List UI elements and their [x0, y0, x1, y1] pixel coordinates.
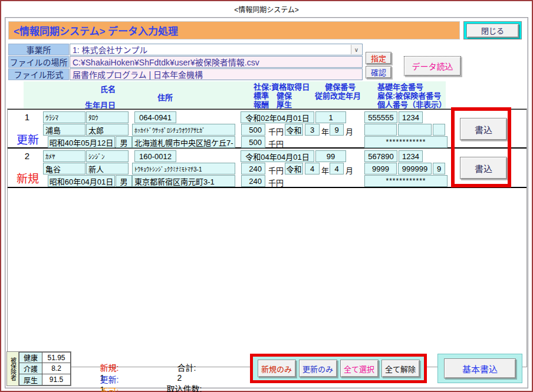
year-suffix-label: 年 — [321, 164, 329, 176]
last-name-field[interactable]: 浦島 — [43, 124, 85, 136]
filter-buttons-group: 新規のみ 更新のみ 全て選択 全て解除 — [250, 354, 427, 383]
record-list: 1 更新 ｳﾗｼﾏ ﾀﾛｳ 浦島 太郎 昭和40年05月12日 男 064-09… — [7, 108, 527, 367]
col-name: 氏名 — [81, 85, 134, 94]
table-row: 1 更新 ｳﾗｼﾏ ﾀﾛｳ 浦島 太郎 昭和40年05月12日 男 064-09… — [8, 109, 527, 149]
close-button-frame: 閉じる — [463, 21, 522, 39]
office-combobox[interactable]: 1: 株式会社サンプル ∨ — [70, 44, 363, 55]
employment-number3-field[interactable] — [433, 124, 445, 136]
window-caption: <情報同期システム> — [0, 4, 533, 14]
select-all-button[interactable]: 全て選択 — [340, 360, 379, 377]
rate-value-care: 8.2 — [42, 363, 71, 374]
rate-label-care: 介護 — [19, 363, 42, 374]
status-badge: 新規 — [12, 170, 43, 186]
first-name-field[interactable]: 新人 — [86, 163, 129, 174]
file-format-label: ファイル形式 — [8, 68, 69, 80]
birthdate-field[interactable]: 昭和60年04月01日 — [48, 175, 115, 187]
personal-number-masked-field[interactable]: ************ — [364, 175, 448, 187]
rate-row: 厚生 91.5 — [19, 374, 71, 386]
pension-number1-field[interactable]: 567890 — [364, 150, 397, 162]
col-social-line1: 社保:資格取得日 健保番号 — [254, 83, 356, 91]
personal-number-masked-field[interactable]: ************ — [364, 136, 448, 148]
unit-label: 千円 — [268, 126, 284, 137]
employment-number1-field[interactable]: 9999 — [364, 163, 397, 174]
std-health-field[interactable]: 500 — [241, 124, 265, 136]
kana-last-field[interactable]: ｳﾗｼﾏ — [43, 111, 85, 123]
clear-all-button[interactable]: 全て解除 — [381, 360, 420, 377]
basic-write-button[interactable]: 基本書込 — [444, 358, 516, 378]
month-suffix-label: 月 — [346, 126, 353, 137]
count-ng: 不可: 0 — [91, 375, 119, 392]
employment-number2-field[interactable]: 999999 — [398, 163, 432, 174]
filter-update-only-button[interactable]: 更新のみ — [299, 360, 337, 377]
postal-code-field[interactable]: 160-0012 — [134, 150, 176, 162]
rate-label-pension: 厚生 — [19, 374, 42, 386]
acquisition-date-field[interactable]: 令和04年04月01日 — [241, 150, 314, 162]
month-field[interactable]: 4 — [330, 163, 344, 174]
count-imported: 取込件数: 0 — [157, 373, 202, 392]
std-pension-field[interactable]: 500 — [241, 136, 265, 148]
year-field[interactable]: 4 — [305, 163, 320, 174]
col-address: 住所 — [144, 93, 186, 102]
write-buttons-highlight — [451, 107, 511, 187]
birthdate-field[interactable]: 昭和40年05月12日 — [48, 136, 115, 148]
confirm-button[interactable]: 確認 — [366, 66, 391, 78]
file-path-value: C:¥ShakaiHoken¥ShFdtdk¥user¥被保険者情報.csv — [73, 56, 259, 68]
pension-number1-field[interactable]: 555555 — [364, 111, 397, 123]
col-social-line2: 標準 健保 従前改定年月 — [254, 91, 361, 100]
page-title: <情報同期システム> データ入力処理 — [8, 21, 460, 39]
address-kana-field[interactable]: ﾄｳｷｮｳﾄｼﾝｼﾞｭｸｸﾐﾅﾐﾓﾄﾏﾁ3-1 — [132, 163, 235, 174]
pension-number2-field[interactable]: 1234 — [399, 111, 423, 123]
employment-number1-field[interactable] — [364, 124, 397, 136]
health-number-field[interactable]: 99 — [315, 150, 346, 162]
file-format-field[interactable]: 届書作成プログラム | 日本年金機構 — [70, 68, 363, 80]
count-ng-label: 不可: — [100, 387, 119, 392]
count-total-label: 合計: — [177, 363, 196, 373]
unit-label: 千円 — [268, 177, 284, 188]
rate-value-pension: 91.5 — [42, 374, 71, 386]
row-number: 2 — [12, 151, 42, 161]
office-label: 事業所 — [8, 44, 69, 55]
std-health-field[interactable]: 240 — [241, 163, 265, 174]
status-badge: 更新 — [12, 131, 43, 147]
filter-new-only-button[interactable]: 新規のみ — [258, 360, 296, 377]
unit-label: 千円 — [268, 138, 284, 149]
rate-label-health: 健康 — [19, 352, 42, 363]
data-load-button[interactable]: データ読込 — [404, 56, 461, 76]
employment-number2-field[interactable] — [398, 124, 432, 136]
era-field[interactable]: 令和 — [285, 124, 303, 136]
chevron-down-icon[interactable]: ∨ — [351, 45, 361, 54]
last-name-field[interactable]: 亀谷 — [43, 163, 85, 174]
file-path-field[interactable]: C:¥ShakaiHoken¥ShFdtdk¥user¥被保険者情報.csv — [70, 56, 363, 68]
month-suffix-label: 月 — [346, 164, 353, 176]
month-field[interactable]: 9 — [330, 124, 344, 136]
column-headers: 氏名 住所 生年月日 社保:資格取得日 健保番号 標準 健保 従前改定年月 報酬… — [24, 81, 446, 108]
office-value: 1: 株式会社サンプル — [73, 44, 147, 55]
gender-field[interactable]: 男 — [116, 136, 132, 148]
specify-button[interactable]: 指定 — [366, 52, 391, 64]
era-field[interactable]: 令和 — [285, 163, 303, 174]
first-name-field[interactable]: 太郎 — [86, 124, 129, 136]
postal-code-field[interactable]: 064-0941 — [134, 111, 176, 123]
insured-label: 被保険者 — [7, 352, 19, 386]
gender-field[interactable]: 男 — [116, 175, 132, 187]
employment-number3-field[interactable]: 9 — [433, 163, 445, 174]
std-pension-field[interactable]: 240 — [241, 175, 265, 187]
acquisition-date-field[interactable]: 令和02年04月01日 — [241, 111, 314, 123]
health-number-field[interactable]: 1 — [315, 111, 346, 123]
close-button[interactable]: 閉じる — [466, 24, 519, 38]
year-suffix-label: 年 — [321, 126, 329, 137]
year-field[interactable]: 3 — [305, 124, 320, 136]
address-field[interactable]: 東京都新宿区南元町3-1 — [132, 175, 235, 187]
pension-number2-field[interactable]: 1234 — [399, 150, 423, 162]
rate-value-health: 51.95 — [42, 352, 71, 363]
rate-row: 健康 51.95 — [19, 352, 71, 363]
kana-last-field[interactable]: ｶﾒﾔ — [43, 150, 85, 162]
file-format-value: 届書作成プログラム | 日本年金機構 — [73, 68, 203, 80]
col-pension-line2: 雇保:被保険者番号 — [377, 91, 441, 100]
kana-first-field[interactable]: ﾀﾛｳ — [86, 111, 129, 123]
address-kana-field[interactable]: ﾎｯｶｲﾄﾞｳｻｯﾎﾟﾛｼﾁｭｳｵｳｸｱｻﾋｶﾞ — [132, 124, 235, 136]
col-social-line3: 報酬 厚生 — [254, 100, 292, 109]
address-field[interactable]: 北海道札幌市中央区旭ケ丘7- — [132, 136, 235, 148]
unit-label: 千円 — [268, 164, 284, 176]
kana-first-field[interactable]: ｼﾝｼﾞﾝ — [86, 150, 129, 162]
